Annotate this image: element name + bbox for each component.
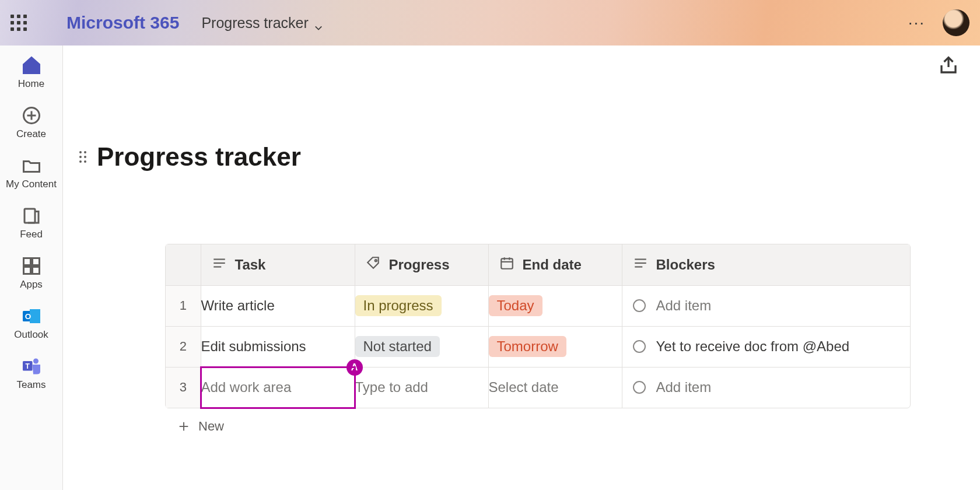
progress-pill: In progress bbox=[355, 295, 442, 316]
sidebar-item-label: Teams bbox=[16, 379, 46, 391]
svg-rect-3 bbox=[24, 209, 35, 223]
task-cell[interactable]: Add work area A bbox=[201, 367, 355, 408]
tag-column-icon bbox=[366, 256, 381, 274]
brand-label[interactable]: Microsoft 365 bbox=[66, 13, 179, 33]
apps-icon bbox=[21, 256, 42, 276]
circle-icon[interactable] bbox=[633, 340, 646, 353]
page-title-row: Progress tracker bbox=[79, 142, 301, 172]
svg-point-12 bbox=[33, 359, 38, 364]
progress-cell[interactable]: In progress bbox=[355, 285, 488, 326]
text-column-icon bbox=[212, 256, 227, 274]
column-header-task[interactable]: Task bbox=[201, 244, 355, 285]
blocker-text: Yet to receive doc from @Abed bbox=[656, 338, 850, 355]
teams-icon: T bbox=[21, 356, 42, 377]
sidebar-item-label: My Content bbox=[6, 178, 57, 190]
more-options-button[interactable]: ··· bbox=[908, 15, 925, 31]
svg-rect-9 bbox=[30, 309, 40, 323]
column-header-enddate[interactable]: End date bbox=[488, 244, 622, 285]
sidebar-item-label: Apps bbox=[20, 279, 43, 290]
task-input[interactable]: Add work area bbox=[201, 379, 292, 395]
sidebar-item-create[interactable]: Create bbox=[0, 102, 62, 144]
blocker-cell[interactable]: Add item bbox=[622, 285, 910, 326]
share-button[interactable] bbox=[938, 55, 959, 78]
column-header-number[interactable] bbox=[166, 244, 201, 285]
svg-text:O: O bbox=[24, 312, 31, 321]
row-number[interactable]: 3 bbox=[166, 367, 201, 408]
text-column-icon bbox=[633, 256, 648, 274]
date-pill: Tomorrow bbox=[489, 336, 566, 357]
column-label: Blockers bbox=[656, 257, 715, 273]
enddate-cell[interactable]: Tomorrow bbox=[488, 326, 622, 367]
blocker-cell[interactable]: Yet to receive doc from @Abed bbox=[622, 326, 910, 367]
task-cell[interactable]: Edit submissions bbox=[201, 326, 355, 367]
sidebar-item-label: Create bbox=[16, 128, 46, 140]
sidebar-item-home[interactable]: Home bbox=[0, 51, 62, 93]
folder-icon bbox=[21, 155, 42, 176]
progress-placeholder: Type to add bbox=[355, 379, 428, 395]
sidebar-item-label: Outlook bbox=[14, 329, 48, 341]
sidebar-item-label: Feed bbox=[20, 229, 43, 240]
progress-cell[interactable]: Not started bbox=[355, 326, 488, 367]
new-row-button[interactable]: New bbox=[177, 419, 224, 434]
svg-rect-4 bbox=[23, 258, 30, 265]
page-title[interactable]: Progress tracker bbox=[97, 142, 301, 172]
plus-icon bbox=[177, 420, 190, 433]
blocker-text: Add item bbox=[656, 298, 712, 314]
sidebar-item-apps[interactable]: Apps bbox=[0, 252, 62, 294]
feed-icon bbox=[21, 205, 42, 226]
task-cell[interactable]: Write article bbox=[201, 285, 355, 326]
main-canvas: Progress tracker Task bbox=[63, 46, 980, 490]
enddate-placeholder: Select date bbox=[489, 379, 559, 395]
sidebar-item-mycontent[interactable]: My Content bbox=[0, 152, 62, 194]
column-label: Task bbox=[235, 257, 266, 273]
progress-pill: Not started bbox=[355, 336, 440, 357]
blocker-cell[interactable]: Add item bbox=[622, 367, 910, 408]
blocker-text: Add item bbox=[656, 379, 712, 396]
table-row: 2 Edit submissions Not started Tomorrow … bbox=[166, 326, 910, 367]
progress-cell[interactable]: Type to add bbox=[355, 367, 488, 408]
table-row: 1 Write article In progress Today Add it… bbox=[166, 285, 910, 326]
app-header: Microsoft 365 Progress tracker ··· bbox=[0, 0, 980, 46]
column-header-blockers[interactable]: Blockers bbox=[622, 244, 910, 285]
home-icon bbox=[21, 55, 42, 76]
tracker-table: Task Progress End date bbox=[165, 244, 911, 408]
svg-text:T: T bbox=[25, 362, 30, 370]
outlook-icon: O bbox=[21, 306, 42, 327]
svg-rect-6 bbox=[23, 267, 30, 274]
sidebar-item-label: Home bbox=[18, 78, 44, 90]
svg-point-17 bbox=[374, 260, 376, 261]
drag-handle-icon[interactable] bbox=[79, 151, 86, 163]
svg-rect-7 bbox=[32, 267, 39, 274]
svg-rect-5 bbox=[32, 258, 39, 265]
presence-badge: A bbox=[346, 359, 363, 376]
column-label: Progress bbox=[389, 257, 450, 273]
document-name: Progress tracker bbox=[201, 15, 308, 32]
date-pill: Today bbox=[489, 295, 542, 316]
row-number[interactable]: 2 bbox=[166, 326, 201, 367]
enddate-cell[interactable]: Select date bbox=[488, 367, 622, 408]
user-avatar[interactable] bbox=[943, 9, 970, 36]
document-switcher[interactable]: Progress tracker bbox=[201, 15, 322, 32]
sidebar-item-feed[interactable]: Feed bbox=[0, 202, 62, 244]
sidebar-item-outlook[interactable]: O Outlook bbox=[0, 302, 62, 344]
svg-rect-18 bbox=[501, 258, 513, 268]
column-header-progress[interactable]: Progress bbox=[355, 244, 488, 285]
app-launcher-icon[interactable] bbox=[10, 15, 27, 31]
plus-circle-icon bbox=[21, 105, 42, 126]
new-row-label: New bbox=[198, 419, 224, 434]
chevron-down-icon bbox=[314, 19, 323, 27]
sidebar-item-teams[interactable]: T Teams bbox=[0, 352, 62, 394]
circle-icon[interactable] bbox=[633, 381, 646, 394]
circle-icon[interactable] bbox=[633, 299, 646, 312]
left-sidebar: Home Create My Content Feed Apps bbox=[0, 46, 63, 490]
header-right: ··· bbox=[908, 9, 970, 36]
calendar-column-icon bbox=[499, 256, 514, 274]
row-number[interactable]: 1 bbox=[166, 285, 201, 326]
table-row: 3 Add work area A Type to add Select dat… bbox=[166, 367, 910, 408]
column-label: End date bbox=[523, 257, 582, 273]
enddate-cell[interactable]: Today bbox=[488, 285, 622, 326]
